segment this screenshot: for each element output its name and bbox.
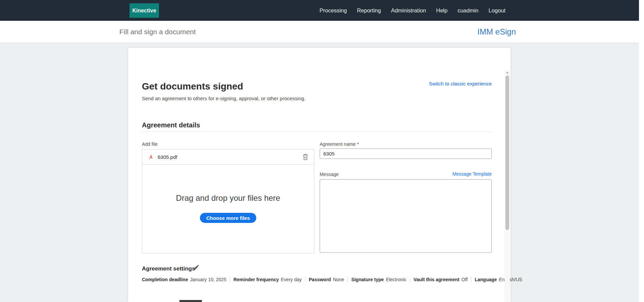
agreement-settings-heading: Agreement settings (142, 265, 195, 272)
sub-header-bar: Fill and sign a document IMM eSign (0, 21, 639, 43)
message-template-link[interactable]: Message Template (452, 171, 492, 177)
required-asterisk: * (357, 141, 359, 147)
setting-label: Password (309, 277, 331, 282)
setting-value: None (333, 277, 344, 282)
nav-item-reporting[interactable]: Reporting (357, 7, 381, 14)
nav-item-help[interactable]: Help (436, 7, 447, 14)
agreement-name-input[interactable] (320, 148, 492, 159)
settings-divider (305, 277, 306, 282)
setting-value: English/US (499, 277, 522, 282)
send-agreement-panel: Get documents signed Switch to classic e… (128, 48, 511, 302)
add-file-label: Add file (142, 141, 158, 147)
setting-label: Signature type (351, 277, 384, 282)
setting-value: Every day (281, 277, 302, 282)
scrollbar-up-arrow-icon[interactable]: ▲ (505, 70, 510, 75)
nav-item-administration[interactable]: Administration (391, 7, 426, 14)
settings-divider (230, 277, 230, 282)
file-dropzone[interactable]: 6305.pdf Drag and drop your files here C… (142, 149, 314, 253)
choose-more-files-button[interactable]: Choose more files (200, 213, 256, 223)
panel-scrollbar-thumb[interactable] (505, 75, 509, 230)
nav-item-processing[interactable]: Processing (320, 7, 347, 14)
setting-vault-agreement: Vault this agreementOff (414, 277, 468, 282)
page-breadcrumb-title: Fill and sign a document (119, 21, 196, 43)
settings-divider (347, 277, 348, 282)
agreement-name-label-text: Agreement name (320, 141, 356, 147)
setting-value: Off (462, 277, 468, 282)
message-label: Message (320, 172, 339, 177)
section-divider (142, 131, 492, 132)
settings-divider (471, 277, 471, 282)
agreement-name-label: Agreement name* (320, 141, 359, 147)
setting-language: LanguageEnglish/US (475, 277, 522, 282)
page-title: Get documents signed (142, 81, 243, 92)
switch-to-classic-link[interactable]: Switch to classic experience (429, 81, 492, 86)
edit-settings-pencil-icon[interactable] (193, 264, 199, 272)
application-window: Kinective Processing Reporting Administr… (0, 0, 639, 302)
partially-visible-element (179, 300, 202, 302)
kinective-logo[interactable]: Kinective (129, 3, 159, 18)
agreement-settings-summary: Completion deadlineJanuary 10, 2025 Remi… (142, 277, 522, 282)
setting-value: January 10, 2025 (190, 277, 226, 282)
page-description: Send an agreement to others for e-signin… (142, 96, 306, 101)
nav-item-logout[interactable]: Logout (489, 7, 505, 14)
setting-reminder-frequency: Reminder frequencyEvery day (233, 277, 302, 282)
uploaded-file-row: 6305.pdf (142, 149, 314, 165)
pdf-file-icon (148, 154, 154, 160)
settings-divider (410, 277, 410, 282)
setting-label: Language (475, 277, 497, 282)
message-textarea[interactable] (320, 179, 492, 253)
setting-signature-type: Signature typeElectronic (351, 277, 407, 282)
uploaded-file-name: 6305.pdf (158, 154, 177, 160)
dropzone-hint-text: Drag and drop your files here (142, 193, 314, 203)
top-navigation-bar: Kinective Processing Reporting Administr… (0, 0, 639, 21)
main-nav: Processing Reporting Administration Help… (320, 0, 506, 21)
product-name-imm-esign: IMM eSign (477, 21, 516, 43)
delete-file-icon[interactable] (302, 154, 309, 160)
setting-completion-deadline: Completion deadlineJanuary 10, 2025 (142, 277, 226, 282)
setting-label: Completion deadline (142, 277, 188, 282)
nav-item-user-cuadmin[interactable]: cuadmin (458, 7, 478, 14)
setting-label: Vault this agreement (414, 277, 460, 282)
setting-label: Reminder frequency (233, 277, 279, 282)
agreement-details-heading: Agreement details (142, 121, 200, 129)
setting-value: Electronic (386, 277, 406, 282)
setting-password: PasswordNone (309, 277, 344, 282)
